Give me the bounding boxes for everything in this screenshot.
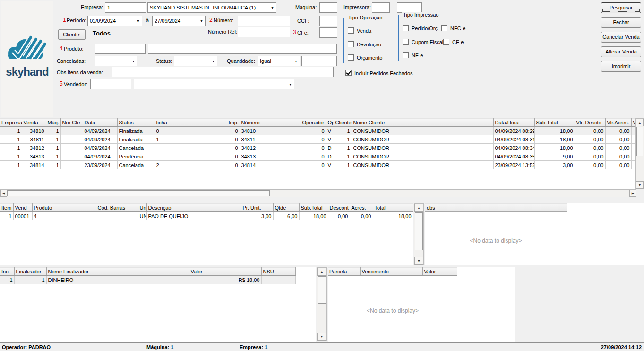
quantidade-op-select[interactable]: Igual ▼ (258, 56, 300, 66)
column-header[interactable]: Vend (13, 204, 32, 212)
produto-code-field[interactable] (95, 44, 146, 54)
column-header[interactable]: Inc. (0, 268, 14, 276)
column-header[interactable]: Data (83, 119, 117, 127)
column-header[interactable]: Descont (328, 204, 350, 212)
column-header[interactable]: Op (326, 119, 334, 127)
sales-vertical-scrollbar[interactable]: ▲ ▼ (635, 118, 644, 189)
cancelar-venda-button[interactable]: Cancelar Venda (601, 32, 641, 43)
scrollbar-thumb[interactable] (7, 190, 270, 196)
scroll-up-icon[interactable]: ▲ (317, 268, 326, 276)
pesquisar-button[interactable]: Pesquisar (601, 2, 641, 13)
column-header[interactable]: Qtde (273, 204, 299, 212)
maquina-field[interactable] (319, 2, 337, 13)
column-header[interactable]: Vencimento (360, 268, 422, 276)
scroll-right-icon[interactable]: ▶ (629, 190, 636, 197)
column-header[interactable]: Parcela (328, 268, 360, 276)
column-header[interactable]: Descrição (146, 204, 241, 212)
scroll-down-icon[interactable]: ▼ (636, 181, 644, 189)
numero-field[interactable] (238, 16, 290, 26)
chevron-down-icon[interactable]: ▼ (289, 83, 292, 86)
column-header[interactable]: Un (138, 204, 146, 212)
items-vertical-scrollbar[interactable]: ▲ ▼ (414, 203, 424, 265)
scrollbar-thumb[interactable] (318, 276, 326, 304)
sales-horizontal-scrollbar[interactable]: ◀ ▶ (0, 189, 636, 197)
venda-checkbox[interactable] (348, 27, 354, 34)
column-header[interactable]: Operador (301, 119, 326, 127)
obs-column-header[interactable]: obs (425, 203, 567, 212)
chevron-down-icon[interactable]: ▼ (271, 6, 274, 9)
scroll-up-icon[interactable]: ▲ (636, 119, 644, 126)
cfe-field[interactable] (319, 27, 337, 38)
scroll-down-icon[interactable]: ▼ (414, 257, 423, 265)
column-header[interactable]: Venda (22, 119, 46, 127)
column-header[interactable]: Acres. (350, 204, 373, 212)
table-row[interactable]: 134811104/09/2024Finalizada10348110V1CON… (0, 135, 635, 144)
alterar-venda-button[interactable]: Alterar Venda (601, 46, 641, 57)
column-header[interactable]: Imp. (227, 119, 240, 127)
column-header[interactable]: Empresa (0, 119, 22, 127)
numero-ref-field[interactable] (238, 27, 290, 37)
scroll-up-icon[interactable]: ▲ (414, 204, 423, 212)
column-header[interactable]: Valor (422, 268, 457, 276)
produto-desc-field[interactable] (148, 44, 337, 54)
column-header[interactable]: Cliente (334, 119, 352, 127)
fechar-button[interactable]: Fechar (601, 17, 641, 28)
nfce-checkbox[interactable] (441, 25, 447, 31)
cfe-print-checkbox[interactable] (443, 39, 449, 45)
cupom-fiscal-checkbox[interactable] (403, 39, 409, 45)
scroll-left-icon[interactable]: ◀ (0, 190, 7, 197)
column-header[interactable]: Item (0, 204, 13, 212)
column-header[interactable]: Nome Cliente (352, 119, 493, 127)
pedido-orc-checkbox[interactable] (403, 25, 409, 31)
column-header[interactable]: Valor (189, 268, 261, 276)
table-row[interactable]: 134812104/09/2024Cancelada0348120D1CONSU… (0, 144, 635, 152)
table-row[interactable]: 11DINHEIROR$ 18,00 (0, 276, 295, 284)
extra-field[interactable] (397, 2, 422, 13)
empresa-select[interactable]: SKYHAND SISTEMAS DE INFORMATICA (1) ▼ (147, 2, 276, 13)
column-header[interactable]: Vr (631, 119, 635, 127)
column-header[interactable]: Total (373, 204, 413, 212)
table-row[interactable]: 134814123/09/2024Cancelada20348140V1CONS… (0, 161, 635, 169)
column-header[interactable]: NSU (261, 268, 295, 276)
scrollbar-thumb[interactable] (636, 127, 643, 156)
impressora-field[interactable] (372, 2, 390, 13)
scroll-down-icon[interactable]: ▼ (317, 333, 326, 341)
column-header[interactable]: Nome Finalizador (46, 268, 189, 276)
obs-itens-field[interactable] (112, 67, 334, 77)
column-header[interactable]: Cod. Barras (96, 204, 138, 212)
vendedor-code-field[interactable] (90, 79, 131, 89)
chevron-down-icon[interactable]: ▼ (212, 60, 215, 63)
periodo-to-select[interactable]: 27/09/2024 ▼ (152, 16, 206, 26)
devolucao-checkbox[interactable] (348, 41, 354, 47)
vendedor-select[interactable]: ▼ (134, 79, 294, 89)
incluir-pedidos-checkbox[interactable] (345, 70, 352, 76)
column-header[interactable]: Sub.Total (299, 204, 328, 212)
table-row[interactable]: 1000014UNPAO DE QUEIJO3,006,0018,000,000… (0, 212, 413, 220)
chevron-down-icon[interactable]: ▼ (200, 19, 203, 23)
quantidade-field[interactable] (301, 56, 337, 66)
status-select[interactable]: ▼ (174, 56, 217, 66)
column-header[interactable]: Número (240, 119, 301, 127)
orcamento-checkbox[interactable] (348, 54, 354, 61)
column-header[interactable]: Sub.Total (534, 119, 575, 127)
scrollbar-thumb[interactable] (415, 212, 423, 250)
column-header[interactable]: Vlr.Acres. (605, 119, 631, 127)
payments-vertical-scrollbar[interactable]: ▲ ▼ (317, 267, 327, 341)
column-header[interactable]: Data/Hora (493, 119, 534, 127)
chevron-down-icon[interactable]: ▼ (137, 19, 140, 23)
column-header[interactable]: Vlr. Descto (575, 119, 605, 127)
column-header[interactable]: Nro Cfe (60, 119, 83, 127)
ccf-field[interactable] (319, 16, 337, 26)
table-row[interactable]: 134810104/09/2024Finalizada00348100V1CON… (0, 127, 635, 135)
chevron-down-icon[interactable]: ▼ (294, 60, 298, 63)
column-header[interactable]: ficha (155, 119, 227, 127)
table-row[interactable]: 134813104/09/2024Pendência0348130D1CONSU… (0, 152, 635, 161)
chevron-down-icon[interactable]: ▼ (132, 60, 135, 63)
imprimir-button[interactable]: Imprimir (601, 61, 641, 72)
column-header[interactable]: Finalizador (14, 268, 46, 276)
cliente-button[interactable]: Cliente: (58, 29, 86, 40)
column-header[interactable]: Máq. (46, 119, 60, 127)
canceladas-select[interactable]: ▼ (95, 56, 137, 66)
empresa-code-field[interactable]: 1 (105, 2, 146, 13)
column-header[interactable]: Produto (32, 204, 96, 212)
